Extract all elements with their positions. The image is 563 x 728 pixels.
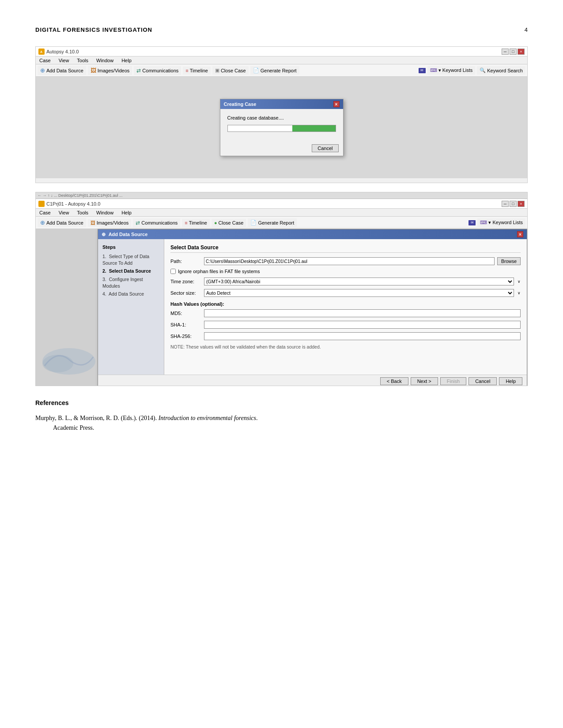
modal-title: ⊕ Add Data Source xyxy=(102,232,147,237)
dialog-body-1: Creating case database.... xyxy=(220,109,343,143)
step-3: 3. Configure Ingest Modules xyxy=(102,276,159,289)
window-controls-1[interactable]: ─ □ × xyxy=(502,49,525,55)
email-icon-1: ✉ xyxy=(419,68,426,73)
ignore-orphan-label: Ignore orphan files in FAT file systems xyxy=(178,269,260,274)
sector-size-chevron: ∨ xyxy=(518,291,521,295)
ignore-orphan-checkbox[interactable] xyxy=(170,269,176,274)
window-controls-2[interactable]: ─ □ × xyxy=(502,201,525,207)
svg-point-2 xyxy=(40,202,43,206)
sector-size-select[interactable]: Auto Detect xyxy=(204,289,514,297)
menu-window-1[interactable]: Window xyxy=(94,58,115,63)
keyword-lists-icon-2: ⌨ xyxy=(480,220,487,225)
references-heading: References xyxy=(35,399,528,406)
menu-case-1[interactable]: Case xyxy=(38,58,53,63)
steps-heading: Steps xyxy=(102,244,159,250)
dialog-close-btn-1[interactable]: × xyxy=(333,101,340,107)
add-datasource-btn-1[interactable]: ⊕ Add Data Source xyxy=(38,66,86,75)
page: DIGITAL FORENSICS INVESTIGATION 4 A Auto… xyxy=(0,0,563,463)
help-button[interactable]: Help xyxy=(499,377,522,385)
menu-help-1[interactable]: Help xyxy=(120,58,133,63)
next-button[interactable]: Next > xyxy=(411,377,438,385)
close-btn[interactable]: × xyxy=(518,49,525,55)
back-button[interactable]: < Back xyxy=(380,377,408,385)
communications-btn-2[interactable]: ⇄ Communications xyxy=(133,218,180,227)
maximize-btn-2[interactable]: □ xyxy=(510,201,517,207)
menu-help-2[interactable]: Help xyxy=(120,210,133,215)
cancel-dialog-btn-1[interactable]: Cancel xyxy=(312,144,338,152)
menu-case-2[interactable]: Case xyxy=(38,210,53,215)
minimize-btn[interactable]: ─ xyxy=(502,49,509,55)
add-datasource-label-2: Add Data Source xyxy=(46,220,83,225)
communications-btn-1[interactable]: ⇄ Communications xyxy=(134,66,181,75)
modal-title-text: Add Data Source xyxy=(109,232,148,237)
window-title-1: Autopsy 4.10.0 xyxy=(46,49,502,54)
menubar-2: Case View Tools Window Help xyxy=(36,209,527,217)
timezone-select[interactable]: (GMT+3:00) Africa/Nairobi xyxy=(204,278,514,285)
sector-size-label: Sector size: xyxy=(170,290,201,296)
close-case-icon-2: ● xyxy=(214,220,217,225)
content-area-2: ⊕ Add Data Source × Steps 1. Select Type… xyxy=(36,229,527,386)
menu-window-2[interactable]: Window xyxy=(94,210,115,215)
close-case-label-2: Close Case xyxy=(219,220,244,225)
comm-icon-1: ⇄ xyxy=(136,68,141,74)
sha256-input[interactable] xyxy=(204,332,521,340)
menu-view-1[interactable]: View xyxy=(57,58,71,63)
sha1-input[interactable] xyxy=(204,321,521,329)
md5-input[interactable] xyxy=(204,309,521,317)
minimize-btn-2[interactable]: ─ xyxy=(502,201,509,207)
keyword-lists-label-2: ▾ Keyword Lists xyxy=(488,220,523,225)
sha1-row: SHA-1: xyxy=(170,321,521,329)
close-case-icon-1: ▣ xyxy=(215,68,219,73)
generate-report-btn-2[interactable]: 📄 Generate Report xyxy=(248,218,297,227)
dialog-overlay-1: Creating Case × Creating case database..… xyxy=(36,77,527,178)
close-btn-2[interactable]: × xyxy=(518,201,525,207)
keyword-search-btn-1[interactable]: 🔍 Keyword Search xyxy=(477,66,525,75)
reference-italic-1: Introduction to environmental forensics xyxy=(159,415,256,421)
comm-icon-2: ⇄ xyxy=(136,220,140,226)
menu-view-2[interactable]: View xyxy=(57,210,71,215)
dialog-body-text-1: Creating case database.... xyxy=(227,115,336,120)
md5-row: MD5: xyxy=(170,309,521,317)
reference-indent-1: Academic Press. xyxy=(35,423,528,433)
cancel-button[interactable]: Cancel xyxy=(469,377,497,385)
timeline-btn-1[interactable]: ≡ Timeline xyxy=(183,67,211,75)
timezone-chevron: ∨ xyxy=(518,279,521,284)
generate-report-btn-1[interactable]: 📄 Generate Report xyxy=(250,66,299,75)
progress-bar-1 xyxy=(227,125,336,132)
images-videos-btn-1[interactable]: 🖼 Images/Videos xyxy=(88,66,132,75)
steps-panel: Steps 1. Select Type of Data Source To A… xyxy=(98,239,164,375)
content-heading: Select Data Source xyxy=(170,244,521,253)
menu-tools-1[interactable]: Tools xyxy=(75,58,90,63)
note-text: NOTE: These values will not be validated… xyxy=(170,344,521,350)
keyword-lists-icon-1: ⌨ xyxy=(430,68,437,73)
path-input[interactable] xyxy=(204,257,495,265)
path-row: Path: Browse xyxy=(170,257,521,265)
toolbar-2: ⊕ Add Data Source 🖼 Images/Videos ⇄ Comm… xyxy=(36,217,527,229)
add-datasource-btn-2[interactable]: ⊕ Add Data Source xyxy=(38,218,86,227)
browse-button[interactable]: Browse xyxy=(497,257,521,265)
email-icon-2: ✉ xyxy=(469,220,476,225)
modal-close-btn[interactable]: × xyxy=(517,231,523,237)
step-2: 2. Select Data Source xyxy=(102,268,159,274)
modal-content-area: Select Data Source Path: Browse Ignore o… xyxy=(164,239,527,375)
images-videos-btn-2[interactable]: 🖼 Images/Videos xyxy=(88,219,132,227)
titlebar-1: A Autopsy 4.10.0 ─ □ × xyxy=(36,47,527,56)
reference-item-1: Murphy, B. L., & Morrison, R. D. (Eds.).… xyxy=(35,413,528,433)
keyword-lists-btn-1[interactable]: ⌨ ▾ Keyword Lists xyxy=(427,66,476,75)
close-case-btn-1[interactable]: ▣ Close Case xyxy=(212,66,249,75)
maximize-btn[interactable]: □ xyxy=(510,49,517,55)
app-icon-2 xyxy=(38,201,45,207)
screenshot-1: A Autopsy 4.10.0 ─ □ × Case View Tools W… xyxy=(35,46,528,183)
generate-report-label-1: Generate Report xyxy=(261,68,297,73)
references-section: References Murphy, B. L., & Morrison, R.… xyxy=(35,399,528,433)
hash-section-header: Hash Values (optional): xyxy=(170,301,521,307)
sector-size-row: Sector size: Auto Detect ∨ xyxy=(170,289,521,297)
timeline-btn-2[interactable]: ≡ Timeline xyxy=(182,219,210,227)
images-icon-2: 🖼 xyxy=(91,220,95,225)
svg-text:A: A xyxy=(40,50,42,53)
keyword-lists-btn-2[interactable]: ⌨ ▾ Keyword Lists xyxy=(477,218,525,227)
close-case-btn-2[interactable]: ● Close Case xyxy=(212,219,246,227)
menu-tools-2[interactable]: Tools xyxy=(75,210,90,215)
finish-button[interactable]: Finish xyxy=(440,377,466,385)
modal-titlebar: ⊕ Add Data Source × xyxy=(98,229,527,239)
